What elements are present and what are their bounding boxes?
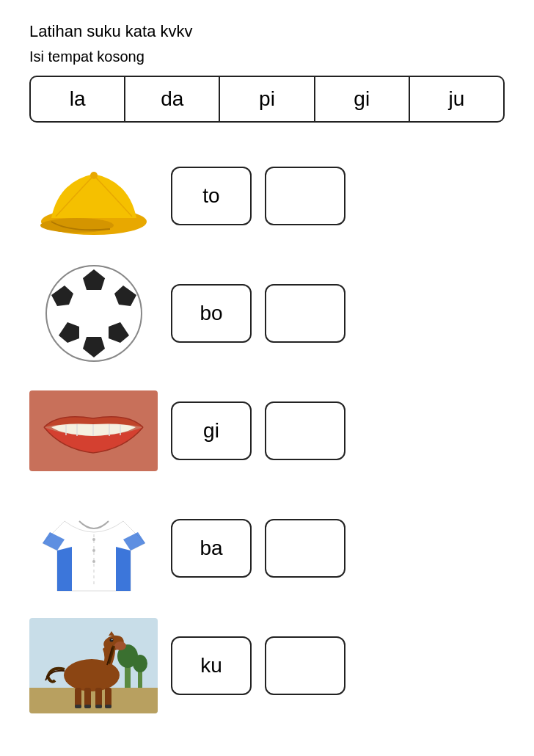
svg-point-2: [40, 218, 114, 233]
blank-box-1[interactable]: [265, 167, 345, 225]
exercise-row-1: to: [29, 145, 505, 247]
word-bank: la da pi gi ju: [29, 76, 505, 123]
page-subtitle: Isi tempat kosong: [29, 48, 505, 65]
word-box-5: ku: [171, 636, 252, 695]
image-hat: [29, 145, 158, 247]
word-box-3: gi: [171, 401, 252, 460]
exercise-row-4: ba: [29, 497, 505, 600]
exercise-boxes-3: gi: [171, 401, 345, 460]
image-shirt: [29, 497, 158, 600]
svg-rect-39: [84, 705, 91, 708]
blank-box-3[interactable]: [265, 401, 345, 460]
image-soccer-ball: [29, 262, 158, 365]
word-bank-item-1: da: [125, 77, 220, 121]
word-box-4: ba: [171, 519, 252, 578]
blank-box-5[interactable]: [265, 636, 345, 695]
exercise-row-2: bo: [29, 262, 505, 365]
image-lips: [29, 379, 158, 482]
image-horse: [29, 614, 158, 717]
word-bank-item-3: gi: [315, 77, 410, 121]
word-box-1: to: [171, 167, 252, 225]
svg-point-1: [90, 172, 98, 179]
svg-point-32: [111, 639, 113, 641]
word-bank-item-4: ju: [410, 77, 503, 121]
word-bank-item-0: la: [31, 77, 125, 121]
exercise-boxes-4: ba: [171, 519, 345, 578]
svg-rect-41: [105, 705, 111, 708]
svg-rect-40: [95, 705, 102, 708]
page-title: Latihan suku kata kvkv: [29, 22, 505, 41]
exercise-row-3: gi: [29, 379, 505, 482]
exercise-boxes-2: bo: [171, 284, 345, 343]
word-box-2: bo: [171, 284, 252, 343]
blank-box-2[interactable]: [265, 284, 345, 343]
svg-point-30: [114, 641, 126, 650]
svg-point-21: [92, 560, 95, 563]
exercise-boxes-1: to: [171, 167, 345, 225]
svg-rect-23: [29, 688, 158, 713]
svg-point-27: [133, 655, 147, 672]
exercise-boxes-5: ku: [171, 636, 345, 695]
svg-rect-38: [75, 705, 81, 708]
exercise-row-5: ku: [29, 614, 505, 717]
svg-point-19: [92, 538, 95, 541]
svg-point-31: [110, 639, 114, 642]
word-bank-item-2: pi: [220, 77, 315, 121]
svg-point-20: [92, 549, 95, 552]
blank-box-4[interactable]: [265, 519, 345, 578]
